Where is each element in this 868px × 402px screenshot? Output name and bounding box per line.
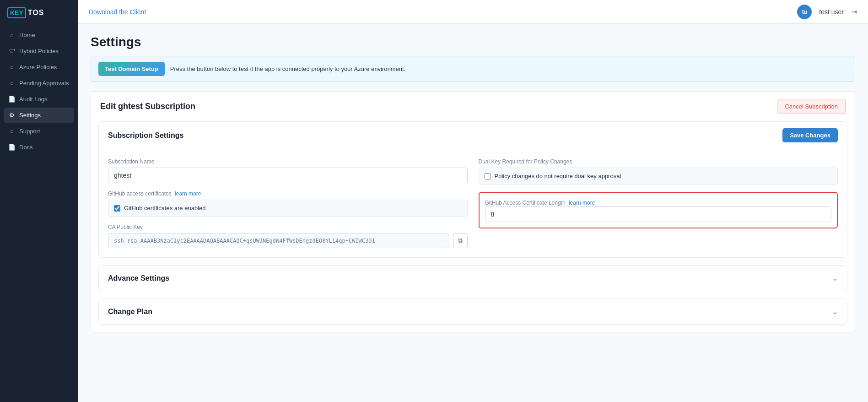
logo-bracket: KEY [7, 7, 26, 18]
change-plan-title: Change Plan [108, 308, 152, 316]
ca-public-key-label: CA Public Key [108, 224, 468, 230]
chevron-down-icon: ⌄ [832, 307, 838, 316]
change-plan-header[interactable]: Change Plan ⌄ [99, 299, 847, 324]
topbar: Download the Client tu test user ⇥ [78, 0, 868, 24]
right-column: Dual Key Required for Policy Changes Pol… [479, 158, 838, 248]
github-cert-enabled-row: GitHub certificates are enabled [108, 200, 468, 217]
save-changes-button[interactable]: Save Changes [782, 128, 838, 142]
subscription-settings-inner: Subscription Settings Save Changes Subsc… [98, 121, 847, 258]
ca-key-row: ⧉ [108, 233, 468, 248]
cancel-subscription-button[interactable]: Cancel Subscription [777, 99, 846, 114]
sidebar-item-hybrid-policies[interactable]: 🛡 Hybrid Policies [4, 43, 74, 59]
dual-key-checkbox-label: Policy changes do not require dual key a… [495, 173, 621, 179]
subscription-name-input[interactable] [108, 168, 468, 183]
page-content: Settings Test Domain Setup Press the but… [78, 24, 868, 402]
sidebar-item-pending-approvals[interactable]: ○ Pending Approvals [4, 76, 74, 91]
logo: KEY TOS [0, 0, 78, 27]
circle-icon: ○ [8, 64, 16, 71]
sidebar-item-label: Azure Policies [19, 64, 57, 71]
chevron-down-icon: ⌄ [832, 274, 838, 282]
shield-icon: 🛡 [8, 48, 16, 54]
gear-icon: ⚙ [8, 112, 16, 119]
github-cert-length-learn-more-link[interactable]: learn more [569, 200, 595, 206]
banner: Test Domain Setup Press the button below… [91, 56, 855, 82]
github-cert-enabled-checkbox[interactable] [114, 205, 120, 212]
advance-settings-header[interactable]: Advance Settings ⌄ [99, 266, 847, 291]
subscription-settings-card: Subscription Settings Save Changes Subsc… [98, 121, 847, 325]
logout-icon[interactable]: ⇥ [851, 7, 857, 16]
test-domain-setup-button[interactable]: Test Domain Setup [98, 62, 165, 76]
logo-text: TOS [28, 9, 44, 17]
sidebar-item-label: Support [19, 128, 40, 135]
page-title: Settings [91, 35, 855, 49]
avatar: tu [797, 5, 812, 19]
edit-subscription-header: Edit ghtest Subscription Cancel Subscrip… [91, 92, 855, 121]
dual-key-checkbox-row: Policy changes do not require dual key a… [479, 168, 838, 185]
github-cert-length-input[interactable] [485, 206, 832, 222]
sidebar-item-label: Settings [19, 112, 41, 119]
main-wrapper: Download the Client tu test user ⇥ Setti… [78, 0, 868, 402]
form-grid: Subscription Name GitHub access certific… [108, 158, 838, 248]
doc-icon: 📄 [8, 96, 16, 103]
ca-public-key-group: CA Public Key ⧉ [108, 224, 468, 248]
dual-key-label: Dual Key Required for Policy Changes [479, 158, 838, 165]
user-name: test user [819, 8, 844, 16]
github-access-learn-more-link[interactable]: learn more [175, 190, 201, 197]
sidebar: KEY TOS ⌂ Home 🛡 Hybrid Policies ○ Azure… [0, 0, 78, 402]
banner-description: Press the button below to test if the ap… [170, 65, 406, 72]
edit-subscription-card: Edit ghtest Subscription Cancel Subscrip… [91, 91, 855, 332]
doc-icon: 📄 [8, 144, 16, 151]
advance-settings-accordion: Advance Settings ⌄ [98, 265, 847, 291]
home-icon: ⌂ [8, 32, 16, 38]
settings-form: Subscription Name GitHub access certific… [99, 149, 847, 257]
dual-key-group: Dual Key Required for Policy Changes Pol… [479, 158, 838, 185]
sidebar-navigation: ⌂ Home 🛡 Hybrid Policies ○ Azure Policie… [0, 27, 78, 155]
sidebar-item-settings[interactable]: ⚙ Settings [4, 108, 74, 123]
circle-icon: ○ [8, 80, 16, 87]
topbar-right: tu test user ⇥ [797, 5, 857, 19]
sidebar-item-label: Docs [19, 144, 33, 151]
sidebar-item-label: Audit Logs [19, 96, 47, 103]
github-cert-enabled-label: GitHub certificates are enabled [124, 205, 205, 212]
change-plan-accordion: Change Plan ⌄ [98, 299, 847, 325]
github-cert-length-label: GitHub Access Certificate Length learn m… [485, 200, 595, 206]
edit-subscription-title: Edit ghtest Subscription [100, 102, 195, 111]
subscription-name-group: Subscription Name [108, 158, 468, 183]
sidebar-item-label: Pending Approvals [19, 80, 69, 87]
subscription-name-label: Subscription Name [108, 158, 468, 165]
subscription-settings-title: Subscription Settings [108, 131, 183, 140]
github-cert-length-highlighted: GitHub Access Certificate Length learn m… [479, 192, 838, 228]
github-access-group: GitHub access certificates learn more Gi… [108, 190, 468, 217]
sidebar-item-label: Home [19, 32, 35, 38]
download-client-link[interactable]: Download the Client [89, 8, 146, 16]
circle-icon: ○ [8, 128, 16, 135]
sidebar-item-docs[interactable]: 📄 Docs [4, 140, 74, 155]
sidebar-item-home[interactable]: ⌂ Home [4, 27, 74, 43]
sidebar-item-label: Hybrid Policies [19, 48, 59, 54]
github-access-label: GitHub access certificates learn more [108, 190, 468, 197]
sidebar-item-audit-logs[interactable]: 📄 Audit Logs [4, 92, 74, 107]
sidebar-item-support[interactable]: ○ Support [4, 124, 74, 139]
advance-settings-title: Advance Settings [108, 274, 169, 282]
subscription-settings-header: Subscription Settings Save Changes [99, 122, 847, 149]
left-column: Subscription Name GitHub access certific… [108, 158, 468, 248]
sidebar-item-azure-policies[interactable]: ○ Azure Policies [4, 60, 74, 75]
dual-key-checkbox[interactable] [485, 173, 491, 179]
ca-public-key-input [108, 234, 449, 248]
copy-ca-key-button[interactable]: ⧉ [453, 233, 468, 248]
